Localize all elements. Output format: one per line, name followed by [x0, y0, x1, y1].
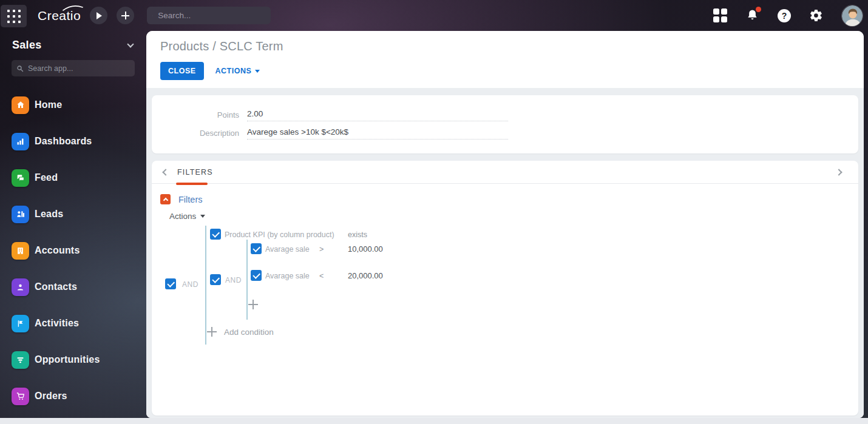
- sidebar-item-label: Leads: [35, 209, 63, 220]
- run-process-button[interactable]: [90, 7, 107, 24]
- chevron-down-icon: [127, 41, 134, 47]
- app-search-input[interactable]: [28, 64, 130, 73]
- sidebar-item-label: Feed: [35, 172, 58, 183]
- sidebar-item-opportunities[interactable]: Opportunities: [0, 342, 146, 378]
- filter-builder: Filters Actions AND Product KPI (by colu…: [152, 184, 858, 414]
- condition-checkbox[interactable]: [251, 270, 262, 281]
- filters-section-toggle[interactable]: Filters: [160, 194, 202, 204]
- apps-grid-icon: [713, 8, 727, 22]
- sidebar-nav: Home Dashboards Feed Leads: [0, 87, 146, 414]
- play-icon: [97, 12, 102, 19]
- group-comparison[interactable]: exists: [348, 231, 367, 239]
- condition-operator[interactable]: <: [319, 272, 324, 280]
- topbar-right-icons: [713, 0, 863, 31]
- sidebar-item-leads[interactable]: Leads: [0, 196, 146, 232]
- sidebar-item-feed[interactable]: Feed: [0, 160, 146, 196]
- filters-card: FILTERS Filters Actions: [152, 161, 858, 416]
- main-window: Products / SCLC Term CLOSE ACTIONS Point…: [146, 31, 864, 418]
- actions-dropdown-button[interactable]: ACTIONS: [215, 67, 260, 75]
- add-condition-label: Add condition: [224, 328, 274, 337]
- sidebar-item-label: Home: [35, 99, 62, 110]
- tab-scroll-left-icon[interactable]: [162, 169, 169, 175]
- tab-scroll-right-icon[interactable]: [835, 169, 842, 175]
- sidebar-item-label: Dashboards: [35, 136, 92, 147]
- sidebar-item-activities[interactable]: Activities: [0, 305, 146, 342]
- description-label: Description: [152, 129, 239, 138]
- cart-icon: [12, 388, 29, 405]
- condition-checkbox[interactable]: [251, 243, 262, 254]
- app-search: [12, 60, 135, 76]
- tab-filters-label: FILTERS: [177, 168, 213, 177]
- filter-actions-dropdown[interactable]: Actions: [169, 212, 205, 221]
- group-header-field[interactable]: Product KPI (by column product): [225, 231, 334, 239]
- actions-dropdown-label: ACTIONS: [215, 67, 252, 75]
- grid-icon: [7, 10, 21, 23]
- tab-bar: FILTERS: [152, 161, 858, 184]
- add-condition-button[interactable]: Add condition: [207, 327, 274, 337]
- page-body: Points Description FILTERS: [146, 88, 864, 418]
- app-launcher-button[interactable]: [1, 5, 27, 27]
- settings-button[interactable]: [809, 8, 823, 22]
- condition-operator[interactable]: >: [319, 245, 324, 254]
- workspace-selector[interactable]: Sales: [0, 31, 146, 52]
- outer-operator-label: AND: [182, 280, 198, 289]
- user-avatar[interactable]: [841, 5, 863, 27]
- points-field-row: Points: [152, 106, 858, 124]
- quick-add-button[interactable]: [117, 7, 134, 24]
- points-label: Points: [152, 110, 239, 119]
- chat-bubbles-icon: [12, 169, 29, 187]
- description-input[interactable]: [247, 126, 508, 140]
- tab-filters[interactable]: FILTERS: [177, 161, 213, 184]
- sidebar-item-label: Orders: [35, 391, 67, 402]
- creatio-logo: Creatio: [38, 8, 81, 23]
- sidebar-item-label: Activities: [35, 318, 79, 329]
- inner-operator-label: AND: [225, 276, 242, 284]
- record-fields-card: Points Description: [152, 95, 858, 153]
- bar-chart-icon: [12, 133, 29, 150]
- workspaces-button[interactable]: [713, 8, 727, 22]
- add-inner-condition-button[interactable]: [248, 300, 258, 309]
- close-button[interactable]: CLOSE: [160, 62, 204, 80]
- notification-badge: [756, 7, 761, 12]
- global-search-input[interactable]: [158, 11, 265, 20]
- sidebar: Sales Home Dashboards: [0, 31, 146, 418]
- home-icon: [12, 96, 29, 114]
- search-icon: [152, 12, 153, 20]
- outer-group-line: [205, 226, 206, 345]
- workspace-title: Sales: [12, 39, 42, 52]
- sidebar-item-label: Accounts: [35, 245, 80, 256]
- help-icon: [778, 9, 791, 22]
- inner-and-checkbox[interactable]: [210, 274, 221, 285]
- collapse-icon: [160, 194, 171, 204]
- chevron-down-icon: [200, 215, 205, 218]
- sidebar-item-contacts[interactable]: Contacts: [0, 269, 146, 305]
- group-header-checkbox[interactable]: [210, 229, 221, 240]
- notifications-button[interactable]: [745, 8, 759, 22]
- header-actions-row: CLOSE ACTIONS: [160, 62, 864, 80]
- plus-icon: [207, 327, 217, 337]
- sidebar-item-dashboards[interactable]: Dashboards: [0, 123, 146, 160]
- building-icon: [12, 242, 29, 260]
- plus-icon: [121, 12, 129, 19]
- funnel-icon: [12, 351, 29, 369]
- global-search: [147, 7, 271, 24]
- points-input[interactable]: [247, 108, 508, 121]
- description-field-row: Description: [152, 124, 858, 142]
- logo-swoosh-icon: [63, 5, 83, 12]
- topbar: Creatio: [0, 0, 868, 31]
- sidebar-item-home[interactable]: Home: [0, 87, 146, 123]
- sidebar-item-orders[interactable]: Orders: [0, 378, 146, 414]
- condition-field[interactable]: Avarage sale: [265, 272, 310, 280]
- help-button[interactable]: [778, 9, 791, 22]
- page-title: Products / SCLC Term: [160, 39, 864, 53]
- condition-field[interactable]: Avarage sale: [265, 245, 310, 254]
- chevron-down-icon: [255, 70, 260, 73]
- leads-icon: [12, 206, 29, 223]
- condition-value[interactable]: 10,000.00: [348, 244, 383, 254]
- flag-icon: [12, 315, 29, 332]
- condition-value[interactable]: 20,000.00: [348, 271, 383, 280]
- app-background: Creatio: [0, 0, 868, 418]
- outer-and-checkbox[interactable]: [165, 278, 176, 289]
- sidebar-item-accounts[interactable]: Accounts: [0, 232, 146, 269]
- search-icon: [16, 65, 24, 72]
